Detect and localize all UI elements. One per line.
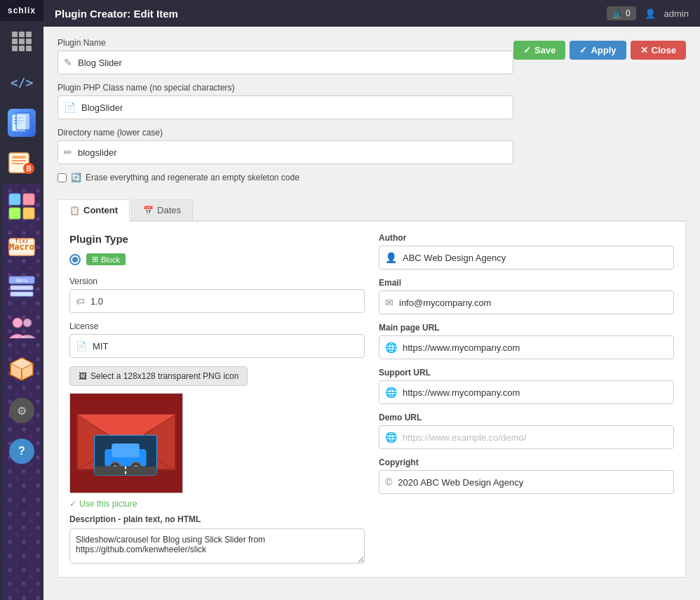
code-icon: </> — [11, 75, 34, 90]
pencil-icon: ✏ — [64, 147, 72, 158]
author-input-row: 👤 — [379, 246, 674, 269]
email-label: Email — [379, 278, 674, 288]
php-class-input[interactable] — [81, 102, 507, 113]
erase-checkbox[interactable] — [58, 173, 67, 182]
support-url-field-group: Support URL 🌐 — [379, 368, 674, 404]
desc-textarea[interactable]: Slideshow/carousel for Blog using Slick … — [69, 528, 365, 564]
erase-checkbox-label[interactable]: Erase everything and regenerate an empty… — [86, 173, 299, 182]
sidebar-item-pages[interactable] — [3, 104, 41, 142]
main-url-field-group: Main page URL 🌐 — [379, 323, 674, 359]
author-input[interactable] — [403, 253, 668, 263]
plugin-name-group: Plugin Name ✎ — [58, 38, 513, 74]
admin-avatar: 👤 — [645, 8, 656, 19]
sidebar-item-code[interactable]: </> — [3, 63, 41, 101]
sidebar-item-blog[interactable]: B — [3, 145, 41, 182]
sidebar-item-people[interactable] — [3, 310, 41, 348]
svg-point-22 — [13, 318, 22, 328]
close-label: Close — [652, 45, 676, 55]
main-url-input[interactable] — [403, 342, 668, 353]
svg-rect-14 — [23, 208, 34, 219]
topbar-right: 📺 0 👤 admin — [607, 6, 689, 20]
edit-icon: ✎ — [64, 57, 72, 68]
tab-content[interactable]: 📋 Content — [58, 199, 130, 222]
content-tab-label: Content — [83, 205, 118, 215]
license-field: 📄 — [69, 334, 365, 358]
tab-dates[interactable]: 📅 Dates — [131, 199, 193, 220]
file-icon: 📄 — [64, 102, 76, 113]
page-title: Plugin Creator: Edit Item — [55, 8, 178, 20]
sidebar-item-blocks[interactable] — [3, 188, 41, 226]
sidebar-item-gear[interactable]: ⚙ — [3, 392, 41, 429]
svg-rect-7 — [12, 160, 26, 161]
block-label: Block — [101, 255, 120, 264]
gear-icon: ⚙ — [9, 398, 34, 423]
content-area: Plugin Name ✎ Plugin PHP Class name (no … — [43, 27, 700, 600]
sidebar-item-grid[interactable] — [3, 22, 41, 60]
notifications-button[interactable]: 📺 0 — [607, 6, 636, 20]
plugin-name-input[interactable] — [78, 58, 507, 68]
erase-checkbox-row: 🔄 Erase everything and regenerate an emp… — [58, 173, 513, 182]
help-icon: ? — [9, 439, 34, 464]
version-input[interactable] — [90, 296, 358, 307]
demo-url-input-row: 🌐 — [379, 425, 674, 449]
php-class-group: Plugin PHP Class name (no special charac… — [58, 83, 513, 119]
sidebar: schlix </> — [0, 0, 43, 600]
copyright-icon: © — [385, 476, 392, 488]
svg-text:Menu: Menu — [15, 278, 28, 283]
topbar: Plugin Creator: Edit Item 📺 0 👤 admin — [43, 0, 700, 27]
content-tab-icon: 📋 — [69, 206, 80, 215]
svg-rect-8 — [12, 163, 23, 164]
svg-point-23 — [23, 319, 32, 327]
select-icon-button[interactable]: 🖼 Select a 128x128 transparent PNG icon — [69, 366, 248, 386]
apply-button[interactable]: ✓ Apply — [570, 41, 626, 60]
use-picture-label: Use this picture — [79, 499, 137, 509]
demo-url-input[interactable] — [403, 432, 668, 443]
svg-rect-11 — [9, 194, 20, 205]
left-fields: Plugin Name ✎ Plugin PHP Class name (no … — [58, 38, 513, 191]
action-row: Plugin Name ✎ Plugin PHP Class name (no … — [58, 38, 686, 191]
block-icon: ⊞ — [92, 255, 98, 264]
php-class-input-row: 📄 — [58, 95, 513, 119]
license-input[interactable] — [93, 341, 358, 352]
php-class-label: Plugin PHP Class name (no special charac… — [58, 83, 513, 93]
sidebar-item-macro[interactable]: Macro f(x) — [3, 229, 41, 267]
image-icon: 🖼 — [79, 371, 87, 381]
macro-icon: Macro f(x) — [8, 233, 36, 263]
copyright-input[interactable] — [398, 477, 668, 488]
demo-url-label: Demo URL — [379, 413, 674, 422]
author-field-group: Author 👤 — [379, 233, 674, 269]
svg-rect-13 — [9, 208, 20, 219]
support-url-input[interactable] — [403, 387, 668, 398]
close-x-icon: ✕ — [640, 45, 648, 55]
svg-rect-19 — [11, 286, 33, 290]
tab-content-panel: Plugin Type ⊞ Block Version 🏷 License — [58, 222, 686, 578]
email-input[interactable] — [399, 298, 668, 308]
svg-text:B: B — [26, 165, 31, 173]
author-icon: 👤 — [385, 252, 397, 263]
sidebar-item-menu[interactable]: Menu — [3, 269, 41, 307]
email-field-group: Email ✉ — [379, 278, 674, 314]
erase-checkbox-icon: 🔄 — [71, 173, 81, 182]
envelope-icon: ✉ — [385, 297, 393, 308]
block-radio[interactable] — [69, 254, 81, 265]
directory-input[interactable] — [78, 147, 507, 158]
save-button[interactable]: ✓ Save — [513, 41, 565, 60]
sidebar-item-help[interactable]: ? — [3, 432, 41, 470]
block-badge: ⊞ Block — [86, 253, 126, 265]
save-label: Save — [534, 45, 556, 55]
sidebar-item-box[interactable] — [3, 351, 41, 389]
svg-rect-20 — [11, 292, 33, 296]
sidebar-brand: schlix — [0, 0, 43, 21]
support-url-label: Support URL — [379, 368, 674, 378]
plugin-name-label: Plugin Name — [58, 38, 513, 48]
tab-right-column: Author 👤 Email ✉ Main page UR — [379, 233, 674, 566]
save-check-icon: ✓ — [523, 45, 531, 55]
close-button[interactable]: ✕ Close — [631, 41, 686, 60]
version-field: 🏷 — [69, 289, 365, 313]
support-url-input-row: 🌐 — [379, 380, 674, 404]
copyright-label: Copyright — [379, 458, 674, 467]
box-icon — [8, 355, 36, 385]
menu-icon: Menu — [8, 274, 36, 304]
notifications-count: 0 — [626, 8, 631, 18]
svg-rect-4 — [16, 113, 30, 130]
